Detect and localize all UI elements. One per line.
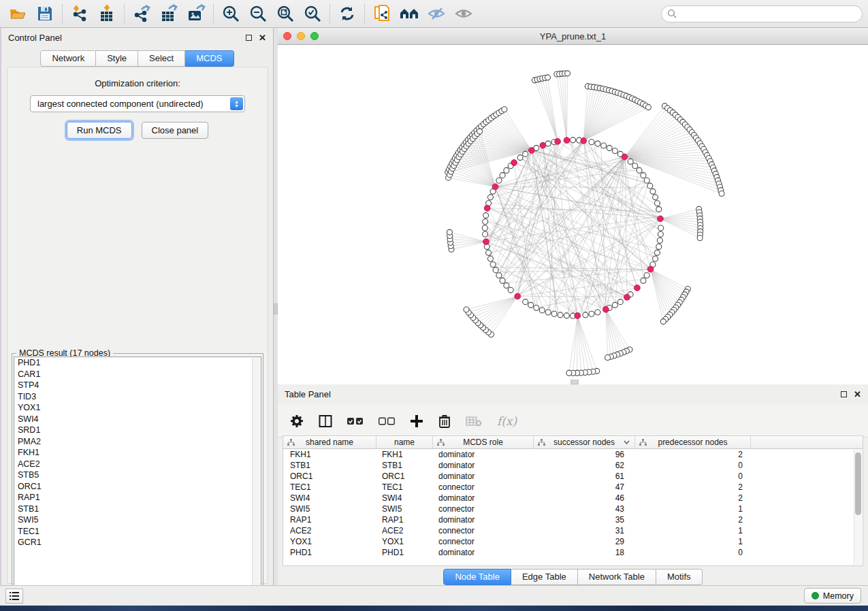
table-cell: 61: [534, 472, 635, 481]
save-session-button[interactable]: [31, 3, 59, 24]
table-cell: YOX1: [376, 537, 433, 546]
table-cell: FKH1: [283, 450, 376, 459]
column-layout-button[interactable]: [319, 414, 332, 428]
import-table-button[interactable]: [93, 3, 120, 24]
table-cell: 1: [635, 537, 751, 546]
mcds-result-item[interactable]: RAP1: [14, 492, 261, 503]
table-row[interactable]: FKH1FKH1dominator962: [283, 449, 863, 460]
export-network-icon: [132, 4, 151, 23]
refresh-button[interactable]: [334, 3, 361, 24]
open-session-button[interactable]: [4, 3, 31, 24]
table-row[interactable]: YOX1YOX1connector291: [283, 536, 863, 547]
table-cell: connector: [433, 504, 534, 514]
network-canvas[interactable]: [278, 45, 868, 384]
column-header-successor-nodes[interactable]: successor nodes: [534, 436, 635, 448]
houses-icon: [399, 5, 419, 22]
export-table-button[interactable]: [155, 3, 182, 24]
mcds-result-item[interactable]: GCR1: [14, 537, 261, 548]
table-row[interactable]: ORC1ORC1dominator610: [283, 471, 863, 482]
scrollbar-thumb[interactable]: [855, 452, 861, 515]
tab-node-table[interactable]: Node Table: [443, 569, 511, 585]
zoom-out-icon: [249, 5, 267, 22]
mcds-result-item[interactable]: SRD1: [14, 425, 261, 436]
save-icon: [37, 5, 53, 22]
deselect-all-button[interactable]: [379, 417, 395, 425]
table-row[interactable]: RAP1RAP1dominator352: [283, 514, 863, 525]
open-folder-icon: [9, 5, 27, 22]
close-panel-button[interactable]: Close panel: [142, 122, 209, 139]
duplicate-network-button[interactable]: [368, 3, 396, 24]
tab-edge-table[interactable]: Edge Table: [511, 569, 578, 585]
table-row[interactable]: TEC1TEC1connector472: [283, 482, 863, 493]
close-panel-icon[interactable]: ✕: [259, 33, 266, 42]
tab-network-table[interactable]: Network Table: [578, 569, 656, 585]
table-cell: connector: [433, 537, 534, 546]
tab-select[interactable]: Select: [138, 50, 185, 67]
mcds-result-item[interactable]: CAR1: [14, 369, 261, 380]
mcds-result-item[interactable]: SWI4: [14, 414, 261, 425]
add-column-button[interactable]: [410, 414, 423, 428]
mcds-result-item[interactable]: STP4: [14, 380, 261, 391]
zoom-fit-button[interactable]: [272, 3, 299, 24]
mcds-result-item[interactable]: STB1: [14, 503, 261, 515]
search-field[interactable]: [661, 5, 863, 22]
table-cell: ORC1: [376, 472, 433, 481]
zoom-out-button[interactable]: [244, 3, 272, 24]
mcds-result-item[interactable]: FKH1: [14, 447, 261, 459]
delete-column-button[interactable]: [438, 414, 451, 428]
table-row[interactable]: ACE2ACE2connector311: [283, 525, 863, 536]
tab-motifs[interactable]: Motifs: [656, 569, 703, 585]
network-graph[interactable]: [278, 45, 868, 384]
import-network-button[interactable]: [66, 3, 93, 24]
search-input[interactable]: [661, 5, 863, 22]
zoom-selected-button[interactable]: [299, 3, 326, 24]
mcds-result-item[interactable]: ACE2: [14, 459, 261, 470]
show-all-button[interactable]: [450, 3, 477, 24]
mcds-result-item[interactable]: STB5: [14, 469, 261, 481]
table-row[interactable]: SWI4SWI4dominator462: [283, 493, 863, 503]
column-header-predecessor-nodes[interactable]: predecessor nodes: [635, 436, 751, 448]
hide-selected-button[interactable]: [423, 3, 450, 24]
table-row[interactable]: STB1STB1dominator620: [283, 460, 863, 471]
tab-style[interactable]: Style: [96, 50, 138, 67]
mcds-list-scrollbar[interactable]: [252, 358, 260, 600]
float-panel-icon[interactable]: [246, 35, 252, 41]
zoom-in-button[interactable]: [217, 3, 244, 24]
column-header-MCDS-role[interactable]: MCDS role: [433, 436, 534, 448]
mcds-result-item[interactable]: TEC1: [14, 526, 261, 538]
mcds-result-item[interactable]: PHD1: [14, 357, 261, 369]
eye-icon: [454, 5, 473, 22]
table-cell: ACE2: [376, 526, 433, 535]
status-log-button[interactable]: [5, 589, 23, 604]
table-cell: dominator: [433, 515, 534, 525]
select-all-button[interactable]: [347, 417, 364, 425]
column-label: shared name: [306, 437, 353, 447]
mcds-result-item[interactable]: YOX1: [14, 402, 261, 414]
run-mcds-button[interactable]: Run MCDS: [67, 122, 132, 139]
close-panel-icon[interactable]: ✕: [854, 390, 861, 399]
float-panel-icon[interactable]: [841, 391, 847, 397]
network-window-titlebar[interactable]: YPA_prune.txt_1: [278, 28, 868, 45]
table-cell: 0: [635, 461, 751, 470]
export-image-button[interactable]: [182, 3, 210, 24]
mcds-result-item[interactable]: PMA2: [14, 436, 261, 448]
table-panel-title: Table Panel: [285, 389, 331, 399]
optimization-criterion-dropdown[interactable]: largest connected component (undirected)…: [30, 95, 245, 112]
horizontal-splitter-handle[interactable]: [570, 380, 579, 384]
column-header-name[interactable]: name: [376, 436, 433, 448]
tab-network[interactable]: Network: [40, 50, 96, 67]
mcds-result-list[interactable]: PHD1CAR1STP4TID3YOX1SWI4SRD1PMA2FKH1ACE2…: [14, 357, 261, 601]
table-settings-button[interactable]: [290, 414, 304, 428]
network-view-window: YPA_prune.txt_1: [278, 28, 868, 384]
export-network-button[interactable]: [128, 3, 155, 24]
mcds-result-item[interactable]: ORC1: [14, 481, 261, 493]
first-neighbors-button[interactable]: [396, 3, 423, 24]
table-scrollbar[interactable]: [854, 450, 862, 565]
mcds-result-item[interactable]: SWI5: [14, 514, 261, 526]
column-header-shared-name[interactable]: shared name: [283, 436, 376, 448]
table-row[interactable]: SWI5SWI5connector431: [283, 503, 863, 514]
table-row[interactable]: PHD1PHD1dominator180: [283, 547, 863, 558]
memory-button[interactable]: Memory: [804, 588, 861, 604]
tab-mcds[interactable]: MCDS: [185, 50, 234, 67]
mcds-result-item[interactable]: TID3: [14, 391, 261, 403]
